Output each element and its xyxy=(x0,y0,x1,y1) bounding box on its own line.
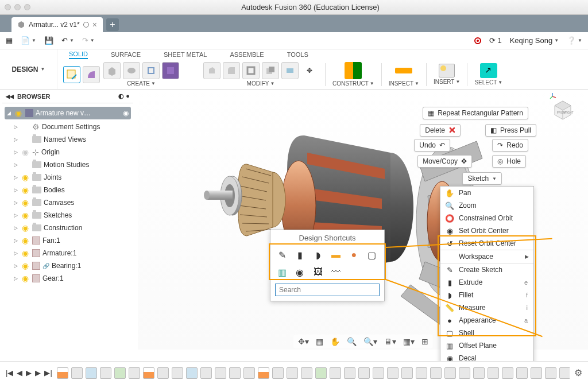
shortcut-appearance-icon[interactable]: ● xyxy=(348,249,359,261)
user-menu[interactable]: Keqing Song▼ xyxy=(510,36,559,45)
expand-icon[interactable]: ▷ xyxy=(14,212,20,218)
move-tool[interactable]: ✥ xyxy=(301,62,318,79)
extrude-tool[interactable] xyxy=(103,62,121,79)
timeline-feature[interactable] xyxy=(531,367,542,379)
shortcut-fillet-icon[interactable]: ◗ xyxy=(312,249,324,261)
viewport-3d[interactable]: FRONT RIGHT ▦Repeat Rectangular Pattern … xyxy=(138,90,588,350)
tab-solid[interactable]: SOLID xyxy=(69,51,88,59)
data-panel-button[interactable]: ▦ xyxy=(6,36,13,45)
timeline-feature[interactable] xyxy=(200,367,212,379)
visibility-icon[interactable]: ◉ xyxy=(22,211,30,219)
tree-item[interactable]: ▷◉Armature:1 xyxy=(2,247,133,259)
context-menu-item[interactable]: ⭕Constrained Orbit xyxy=(440,212,533,224)
timeline-feature[interactable] xyxy=(157,367,169,379)
expand-icon[interactable]: ▷ xyxy=(14,174,20,180)
timeline-start-icon[interactable]: |◀ xyxy=(6,369,13,377)
shortcut-offset-plane-icon[interactable]: ▥ xyxy=(276,266,288,278)
fillet-tool[interactable] xyxy=(223,62,240,79)
inspect-group-label[interactable]: INSPECT▼ xyxy=(389,80,419,87)
context-menu-item[interactable]: ✎Create Sketch xyxy=(440,263,533,276)
select-group-label[interactable]: SELECT▼ xyxy=(474,79,502,86)
browser-header[interactable]: ◀◀ BROWSER ◐ ● xyxy=(2,90,133,103)
timeline-feature[interactable] xyxy=(172,367,183,379)
timeline-feature[interactable] xyxy=(430,367,442,379)
timeline-fwd-icon[interactable]: ▶ xyxy=(35,369,41,377)
context-menu-item[interactable]: ●Appearancea xyxy=(440,314,533,327)
create-form-tool[interactable] xyxy=(83,66,100,83)
redo-button[interactable]: ↷▼ xyxy=(82,36,95,45)
expand-icon[interactable]: ▷ xyxy=(14,250,20,256)
context-menu-item[interactable]: ↺Reset Orbit Center xyxy=(440,237,533,250)
sketch-dropdown-button[interactable]: Sketch▼ xyxy=(462,172,502,185)
tree-item[interactable]: ▷◉Construction xyxy=(2,222,133,234)
shortcut-zebra-icon[interactable]: 〰 xyxy=(330,266,342,278)
tab-assemble[interactable]: ASSEMBLE xyxy=(230,51,264,58)
timeline-feature[interactable] xyxy=(473,367,485,379)
visibility-icon[interactable]: ◉ xyxy=(22,262,30,270)
context-icon[interactable]: ◉ xyxy=(123,109,129,117)
visibility-icon[interactable]: ◉ xyxy=(22,274,30,282)
visibility-icon[interactable]: ◉ xyxy=(22,224,30,232)
timeline-feature[interactable] xyxy=(516,367,528,379)
timeline-feature[interactable] xyxy=(229,367,241,379)
timeline-feature[interactable] xyxy=(358,367,370,379)
job-status-button[interactable]: ⟳ 1 xyxy=(489,36,501,45)
press-pull-button[interactable]: ◧Press Pull xyxy=(485,124,536,137)
visibility-icon[interactable]: ◉ xyxy=(15,109,23,117)
shortcut-measure-icon[interactable]: ▬ xyxy=(330,249,342,261)
timeline-feature[interactable] xyxy=(114,367,126,379)
tree-item[interactable]: ▷◉Joints xyxy=(2,171,133,184)
maximize-window-btn[interactable] xyxy=(24,4,30,10)
inspect-tool[interactable] xyxy=(395,68,412,73)
timeline-play-icon[interactable]: ▶ xyxy=(26,369,32,377)
undo-button[interactable]: ↶▼ xyxy=(61,36,74,45)
tree-item[interactable]: ▷Document Settings xyxy=(2,121,133,133)
visibility-icon[interactable]: ◉ xyxy=(22,199,30,207)
timeline-feature[interactable] xyxy=(545,367,556,379)
context-menu-item[interactable]: ▥Offset Plane xyxy=(440,339,533,352)
record-button[interactable] xyxy=(474,37,481,44)
expand-icon[interactable]: ▷ xyxy=(14,263,20,269)
timeline-end-icon[interactable]: ▶| xyxy=(44,369,52,377)
visibility-icon[interactable]: ◉ xyxy=(22,236,30,245)
viewcube[interactable]: FRONT RIGHT xyxy=(547,92,579,124)
insert-group-label[interactable]: INSERT▼ xyxy=(434,79,460,85)
document-tab[interactable]: Armatur... v2 v1* × xyxy=(11,17,103,32)
pan-nav-icon[interactable]: ✋ xyxy=(330,337,340,346)
tree-item[interactable]: ▷◉🔗Bearing:1 xyxy=(2,259,133,272)
tree-item[interactable]: ▷◉Canvases xyxy=(2,196,133,209)
minimize-window-btn[interactable] xyxy=(14,4,21,10)
repeat-rectangular-pattern-button[interactable]: ▦Repeat Rectangular Pattern xyxy=(423,107,528,119)
tab-tools[interactable]: TOOLS xyxy=(287,51,308,58)
timeline-feature[interactable] xyxy=(387,367,399,379)
tree-item[interactable]: ▷Named Views xyxy=(2,133,133,146)
tree-item[interactable]: ▷◉Gear:1 xyxy=(2,272,133,285)
expand-icon[interactable]: ▷ xyxy=(14,187,20,193)
workspace-switcher[interactable]: DESIGN▼ xyxy=(0,49,57,89)
combine-tool[interactable] xyxy=(262,62,279,79)
display-nav-icon[interactable]: 🖥▾ xyxy=(384,337,396,346)
expand-icon[interactable]: ◢ xyxy=(7,110,13,116)
timeline-feature[interactable] xyxy=(129,367,140,379)
timeline-feature[interactable] xyxy=(344,367,355,379)
timeline-feature[interactable] xyxy=(373,367,384,379)
timeline-feature[interactable] xyxy=(559,367,570,379)
tree-root[interactable]: ◢ ◉ Armature new v… ◉ xyxy=(5,107,131,119)
timeline-feature[interactable] xyxy=(243,367,255,379)
tree-item[interactable]: ▷◉Fan:1 xyxy=(2,234,133,247)
context-menu-item[interactable]: ▢Shell xyxy=(440,327,533,339)
shortcut-canvas-icon[interactable]: 🖼 xyxy=(312,266,324,278)
press-pull-tool[interactable] xyxy=(203,62,220,79)
expand-icon[interactable]: ▷ xyxy=(14,225,20,231)
timeline-feature[interactable] xyxy=(444,367,456,379)
expand-icon[interactable]: ▷ xyxy=(14,137,20,142)
close-window-btn[interactable] xyxy=(5,4,11,10)
tab-sheet-metal[interactable]: SHEET METAL xyxy=(164,51,207,58)
context-menu-item[interactable]: 📏Measurei xyxy=(440,301,533,314)
timeline-feature[interactable] xyxy=(488,367,499,379)
timeline-feature[interactable] xyxy=(272,367,284,379)
tree-item[interactable]: ▷◉Sketches xyxy=(2,209,133,222)
create-sketch-tool[interactable] xyxy=(63,66,80,83)
tree-item[interactable]: ▷◉Bodies xyxy=(2,184,133,196)
expand-icon[interactable]: ▷ xyxy=(14,200,20,205)
